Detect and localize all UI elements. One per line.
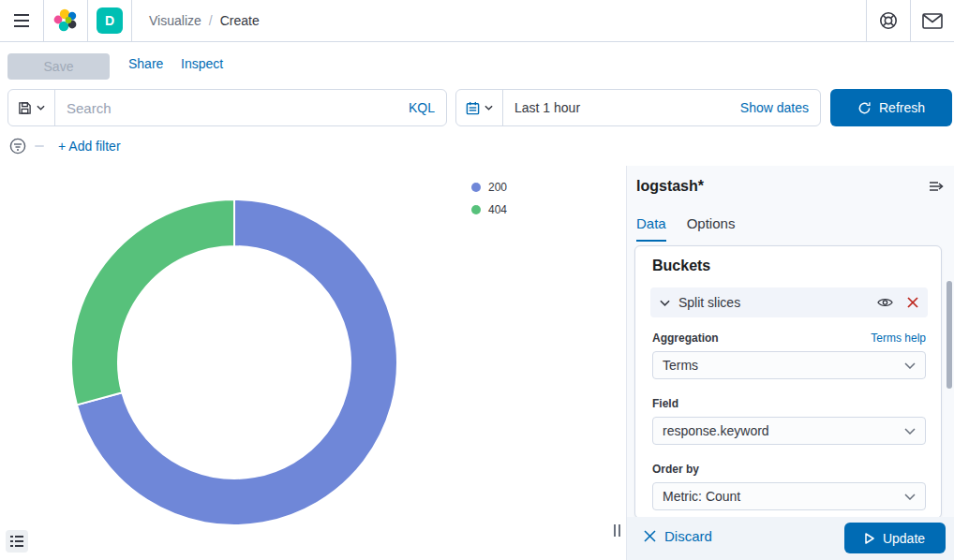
refresh-icon bbox=[857, 101, 872, 115]
header-spacer bbox=[260, 0, 866, 41]
elastic-logo-button[interactable] bbox=[44, 0, 87, 41]
chevron-down-icon bbox=[904, 362, 916, 369]
breadcrumb-visualize[interactable]: Visualize bbox=[149, 13, 201, 28]
terms-help-link[interactable]: Terms help bbox=[871, 332, 926, 345]
legend-label-404: 404 bbox=[488, 203, 507, 216]
date-picker: Last 1 hour Show dates bbox=[455, 89, 821, 126]
donut-chart[interactable] bbox=[69, 198, 399, 527]
chevron-down-icon bbox=[904, 428, 916, 435]
field-label: Field bbox=[652, 397, 678, 410]
aggregation-label-row: Aggregation Terms help bbox=[652, 332, 926, 345]
collapse-panel-button[interactable] bbox=[929, 180, 945, 193]
eye-icon bbox=[877, 297, 893, 308]
breadcrumb-create: Create bbox=[220, 13, 260, 28]
query-bar: KQL bbox=[7, 89, 447, 126]
save-button[interactable]: Save bbox=[7, 53, 110, 80]
chevron-down-icon bbox=[484, 105, 493, 111]
hamburger-menu-button[interactable] bbox=[0, 0, 43, 41]
breadcrumb-separator: / bbox=[209, 13, 213, 28]
top-header: D Visualize / Create bbox=[0, 0, 954, 42]
legend-item-404[interactable]: 404 bbox=[471, 203, 507, 216]
main-content: 200 404 logstash* bbox=[0, 166, 954, 560]
collapse-panel-icon bbox=[929, 180, 945, 193]
legend-dot-404 bbox=[471, 205, 481, 214]
query-language-button[interactable]: KQL bbox=[409, 100, 446, 115]
calendar-icon bbox=[466, 101, 480, 115]
panel-scrollbar[interactable] bbox=[947, 281, 952, 389]
field-select[interactable]: response.keyword bbox=[652, 417, 926, 445]
kibana-visualize-create-page: D Visualize / Create Save Share Inspect bbox=[0, 0, 954, 560]
legend-item-200[interactable]: 200 bbox=[471, 181, 507, 194]
saved-query-menu-button[interactable] bbox=[8, 90, 55, 125]
visualization-chart-area: 200 404 bbox=[0, 166, 626, 560]
order-by-label-row: Order by bbox=[652, 463, 926, 476]
chevron-down-icon bbox=[904, 494, 916, 500]
visualization-editor-panel: logstash* Data Options Buckets Split sli… bbox=[626, 166, 954, 560]
tab-data[interactable]: Data bbox=[636, 215, 666, 242]
close-icon bbox=[644, 530, 656, 542]
split-slices-row[interactable]: Split slices bbox=[650, 287, 928, 317]
panel-resize-handle[interactable] bbox=[614, 524, 620, 537]
saved-query-icon bbox=[18, 101, 32, 115]
remove-icon bbox=[907, 297, 918, 308]
update-button[interactable]: Update bbox=[844, 523, 946, 553]
legend-dot-200 bbox=[471, 183, 481, 192]
share-button[interactable]: Share bbox=[128, 56, 163, 71]
elastic-logo-icon bbox=[52, 7, 79, 34]
discard-button-label: Discard bbox=[664, 528, 712, 544]
buckets-section-title: Buckets bbox=[652, 258, 710, 274]
space-badge: D bbox=[97, 7, 123, 34]
play-icon bbox=[865, 533, 874, 544]
refresh-button[interactable]: Refresh bbox=[830, 89, 952, 126]
order-by-label: Order by bbox=[652, 463, 699, 476]
order-by-value: Metric: Count bbox=[663, 489, 904, 504]
index-pattern-title: logstash* bbox=[636, 178, 704, 195]
discard-button[interactable]: Discard bbox=[644, 528, 712, 544]
space-selector-button[interactable]: D bbox=[88, 0, 131, 41]
show-dates-button[interactable]: Show dates bbox=[740, 100, 820, 115]
inspect-button[interactable]: Inspect bbox=[181, 56, 223, 71]
legend-toggle-button[interactable] bbox=[6, 530, 28, 553]
filter-dash bbox=[35, 145, 44, 147]
filter-bar: + Add filter bbox=[0, 131, 619, 161]
aggregation-label: Aggregation bbox=[652, 332, 719, 345]
chevron-down-icon bbox=[37, 105, 45, 111]
help-button[interactable] bbox=[867, 0, 910, 41]
search-input[interactable] bbox=[55, 100, 409, 116]
breadcrumb: Visualize / Create bbox=[132, 0, 260, 41]
update-button-label: Update bbox=[883, 531, 925, 546]
hamburger-icon bbox=[14, 14, 29, 27]
help-icon bbox=[878, 10, 899, 31]
legend-label-200: 200 bbox=[488, 181, 507, 194]
filter-icon[interactable] bbox=[9, 138, 26, 155]
newsfeed-button[interactable] bbox=[911, 0, 954, 41]
chevron-down-icon bbox=[660, 300, 670, 306]
aggregation-select[interactable]: Terms bbox=[652, 351, 926, 379]
editor-tabs: Data Options bbox=[636, 215, 735, 242]
legend-list-icon bbox=[10, 536, 23, 547]
remove-bucket-button[interactable] bbox=[907, 297, 918, 308]
field-value: response.keyword bbox=[663, 423, 904, 438]
field-label-row: Field bbox=[652, 397, 926, 410]
editor-footer: Discard Update bbox=[627, 517, 954, 560]
buckets-card: Buckets Split slices bbox=[634, 245, 942, 519]
order-by-select[interactable]: Metric: Count bbox=[652, 482, 926, 510]
time-range-value[interactable]: Last 1 hour bbox=[503, 100, 740, 115]
tab-options[interactable]: Options bbox=[687, 215, 736, 242]
refresh-button-label: Refresh bbox=[879, 100, 925, 115]
chart-legend: 200 404 bbox=[471, 181, 507, 216]
donut-slice-404[interactable] bbox=[71, 199, 234, 405]
date-quick-select-button[interactable] bbox=[456, 90, 503, 125]
split-slices-label: Split slices bbox=[678, 295, 877, 310]
mail-icon bbox=[922, 13, 943, 29]
aggregation-value: Terms bbox=[663, 358, 904, 373]
toggle-visibility-button[interactable] bbox=[877, 297, 893, 308]
visualize-action-bar: Save Share Inspect bbox=[0, 43, 954, 88]
add-filter-button[interactable]: + Add filter bbox=[58, 139, 121, 154]
